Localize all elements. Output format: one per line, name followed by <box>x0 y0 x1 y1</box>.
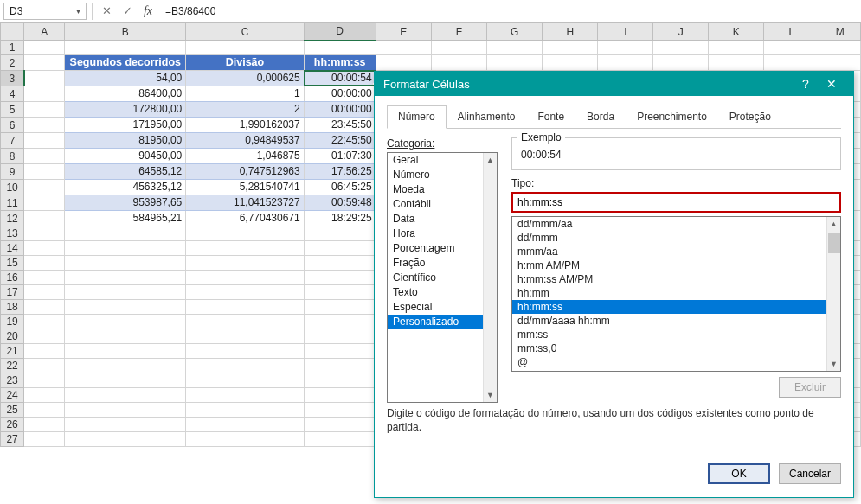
cell-C23[interactable] <box>186 373 304 388</box>
cell-B25[interactable] <box>65 403 186 418</box>
col-header-I[interactable]: I <box>598 23 653 41</box>
scroll-thumb[interactable] <box>828 233 840 253</box>
col-header-K[interactable]: K <box>709 23 764 41</box>
type-item[interactable]: h:mm:ss AM/PM <box>512 272 826 286</box>
category-item[interactable]: Moeda <box>388 182 483 197</box>
row-header-5[interactable]: 5 <box>1 102 24 118</box>
cell-D4[interactable]: 00:00:00 <box>304 86 376 102</box>
cell-J2[interactable] <box>653 55 709 71</box>
cell-D5[interactable]: 00:00:00 <box>304 102 376 118</box>
cell-A9[interactable] <box>24 164 65 180</box>
cell-B8[interactable]: 90450,00 <box>65 149 186 164</box>
cell-D1[interactable] <box>304 41 376 55</box>
row-header-10[interactable]: 10 <box>1 180 24 195</box>
row-header-25[interactable]: 25 <box>1 403 24 418</box>
cell-C6[interactable]: 1,990162037 <box>186 118 304 133</box>
cell-C17[interactable] <box>186 285 304 300</box>
cell-D6[interactable]: 23:45:50 <box>304 118 376 133</box>
cell-F2[interactable] <box>431 55 486 71</box>
row-header-24[interactable]: 24 <box>1 388 24 403</box>
cell-I2[interactable] <box>598 55 653 71</box>
scrollbar[interactable]: ▲ ▼ <box>483 153 497 402</box>
help-icon[interactable]: ? <box>793 77 819 91</box>
cell-D19[interactable] <box>304 315 376 329</box>
cell-C16[interactable] <box>186 271 304 285</box>
type-listbox[interactable]: dd/mmm/aadd/mmmmmm/aah:mm AM/PMh:mm:ss A… <box>511 216 841 372</box>
cell-D2[interactable]: hh:mm:ss <box>304 55 376 71</box>
cell-G1[interactable] <box>486 41 542 55</box>
row-header-4[interactable]: 4 <box>1 86 24 102</box>
cell-C18[interactable] <box>186 300 304 315</box>
row-header-9[interactable]: 9 <box>1 164 24 180</box>
scrollbar[interactable]: ▲ ▼ <box>826 217 840 371</box>
cell-A6[interactable] <box>24 118 65 133</box>
category-item[interactable]: Personalizado <box>388 315 483 329</box>
type-input[interactable] <box>511 192 841 213</box>
row-header-27[interactable]: 27 <box>1 432 24 447</box>
cell-D25[interactable] <box>304 403 376 418</box>
formula-input[interactable]: =B3/86400 <box>160 3 858 20</box>
tab-número[interactable]: Número <box>387 105 447 129</box>
cell-C2[interactable]: Divisão <box>186 55 304 71</box>
row-header-7[interactable]: 7 <box>1 133 24 149</box>
cell-A21[interactable] <box>24 344 65 359</box>
cell-C4[interactable]: 1 <box>186 86 304 102</box>
type-item[interactable]: [h]:mm:ss <box>512 369 826 371</box>
fx-icon[interactable]: fx <box>139 3 157 20</box>
cell-B15[interactable] <box>65 256 186 271</box>
row-header-6[interactable]: 6 <box>1 118 24 133</box>
cell-C1[interactable] <box>186 41 304 55</box>
cell-C11[interactable]: 11,041523727 <box>186 195 304 211</box>
cell-C7[interactable]: 0,94849537 <box>186 133 304 149</box>
cell-B10[interactable]: 456325,12 <box>65 180 186 195</box>
category-item[interactable]: Especial <box>388 300 483 315</box>
cell-B23[interactable] <box>65 373 186 388</box>
cell-C12[interactable]: 6,770430671 <box>186 211 304 226</box>
row-header-1[interactable]: 1 <box>1 41 24 55</box>
cell-K1[interactable] <box>709 41 764 55</box>
cell-C3[interactable]: 0,000625 <box>186 71 304 86</box>
category-item[interactable]: Porcentagem <box>388 241 483 256</box>
cell-C15[interactable] <box>186 256 304 271</box>
cell-A11[interactable] <box>24 195 65 211</box>
cell-C26[interactable] <box>186 418 304 432</box>
tab-fonte[interactable]: Fonte <box>526 105 575 129</box>
dialog-titlebar[interactable]: Formatar Células ? ✕ <box>375 72 853 96</box>
cell-A26[interactable] <box>24 418 65 432</box>
type-item[interactable]: h:mm AM/PM <box>512 258 826 272</box>
cell-A7[interactable] <box>24 133 65 149</box>
row-header-13[interactable]: 13 <box>1 226 24 241</box>
cell-D13[interactable] <box>304 226 376 241</box>
cell-A2[interactable] <box>24 55 65 71</box>
cell-D15[interactable] <box>304 256 376 271</box>
cell-C14[interactable] <box>186 241 304 256</box>
cell-B9[interactable]: 64585,12 <box>65 164 186 180</box>
cell-B20[interactable] <box>65 329 186 344</box>
cell-A3[interactable] <box>24 71 65 86</box>
row-header-18[interactable]: 18 <box>1 300 24 315</box>
cell-A17[interactable] <box>24 285 65 300</box>
col-header-G[interactable]: G <box>486 23 542 41</box>
tab-preenchimento[interactable]: Preenchimento <box>626 105 718 129</box>
cell-A10[interactable] <box>24 180 65 195</box>
cell-A14[interactable] <box>24 241 65 256</box>
cell-B21[interactable] <box>65 344 186 359</box>
cell-B26[interactable] <box>65 418 186 432</box>
cell-D11[interactable]: 00:59:48 <box>304 195 376 211</box>
cell-A24[interactable] <box>24 388 65 403</box>
row-header-14[interactable]: 14 <box>1 241 24 256</box>
cell-D24[interactable] <box>304 388 376 403</box>
cell-A8[interactable] <box>24 149 65 164</box>
category-item[interactable]: Geral <box>388 153 483 168</box>
cell-B11[interactable]: 953987,65 <box>65 195 186 211</box>
cancel-button[interactable]: Cancelar <box>779 463 841 484</box>
col-header-F[interactable]: F <box>431 23 486 41</box>
type-item[interactable]: @ <box>512 355 826 369</box>
cell-C27[interactable] <box>186 432 304 447</box>
category-item[interactable]: Contábil <box>388 197 483 212</box>
cell-B19[interactable] <box>65 315 186 329</box>
cell-A15[interactable] <box>24 256 65 271</box>
row-header-19[interactable]: 19 <box>1 315 24 329</box>
cell-M2[interactable] <box>819 55 861 71</box>
cell-B27[interactable] <box>65 432 186 447</box>
